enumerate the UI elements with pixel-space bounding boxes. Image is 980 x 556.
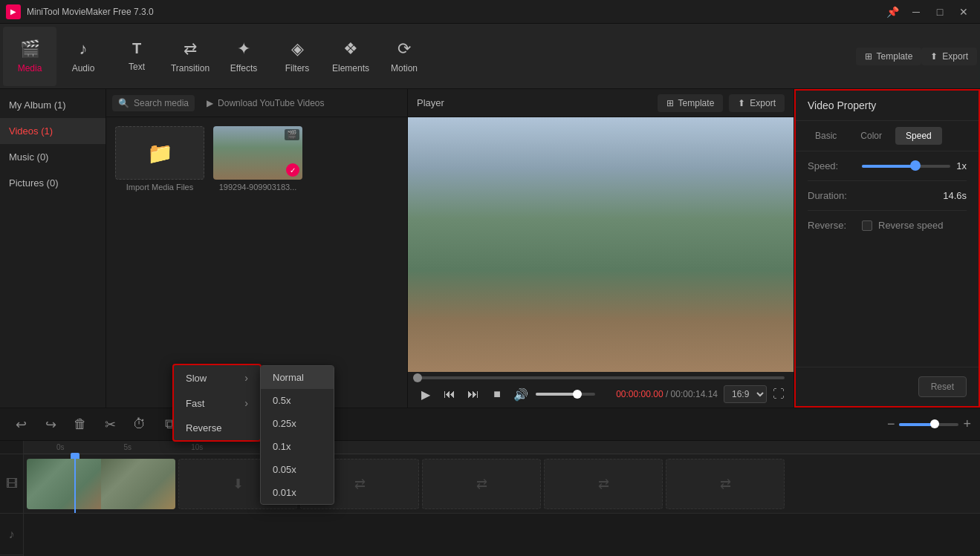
toolbar-audio[interactable]: ♪ Audio [56, 27, 110, 86]
zoom-slider[interactable] [899, 423, 958, 426]
slot-icon-3: ⇄ [476, 476, 487, 492]
reset-button[interactable]: Reset [918, 376, 967, 397]
import-media-thumb[interactable]: 📁 [115, 126, 204, 180]
media-icon: 🎬 [20, 39, 40, 59]
fullscreen-button[interactable]: ⛶ [773, 387, 785, 401]
minimize-button[interactable]: ─ [906, 4, 927, 19]
player-seekbar[interactable] [417, 376, 785, 379]
toolbar-effects[interactable]: ✦ Effects [217, 27, 270, 86]
main-area: My Album (1) Videos (1) Music (0) Pictur… [0, 89, 980, 408]
sidebar-item-videos[interactable]: Videos (1) [0, 118, 106, 144]
volume-slider[interactable] [536, 393, 595, 396]
seekbar-thumb[interactable] [413, 373, 422, 382]
submenu-0.5x[interactable]: 0.5x [261, 389, 334, 412]
export-player-button[interactable]: ⬆ Export [729, 94, 785, 112]
export-button[interactable]: ⬆ Export [921, 48, 977, 65]
transition-icon: ⇄ [184, 39, 197, 59]
stop-button[interactable]: ■ [488, 387, 506, 401]
search-media-button[interactable]: 🔍 Search media [112, 95, 195, 111]
tab-basic[interactable]: Basic [805, 127, 847, 145]
cut-button[interactable]: ✂ [98, 413, 122, 436]
template-player-button[interactable]: ⊞ Template [658, 94, 724, 112]
media-toolbar: 🔍 Search media ▶ Download YouTube Videos [106, 89, 407, 117]
player-video [408, 117, 794, 372]
import-media-card[interactable]: 📁 Import Media Files [115, 126, 204, 192]
track-labels: 🎞 ♪ [0, 441, 24, 556]
toolbar-elements[interactable]: ❖ Elements [324, 27, 377, 86]
template-button[interactable]: ⊞ Template [856, 48, 922, 65]
ctx-reverse[interactable]: Reverse [174, 416, 260, 440]
zoom-in-icon[interactable]: + [963, 416, 971, 432]
video-track-label: 🎞 [0, 454, 23, 514]
play-button[interactable]: ▶ [417, 387, 435, 402]
redo-button[interactable]: ↪ [39, 413, 62, 436]
time-display: 00:00:00.00 / 00:00:14.14 [616, 389, 718, 399]
video-thumb[interactable]: 🎬 ✓ [213, 126, 302, 180]
sidebar-item-pictures[interactable]: Pictures (0) [0, 170, 106, 196]
ruler-spacer [0, 441, 23, 454]
download-youtube-button[interactable]: ▶ Download YouTube Videos [201, 95, 330, 111]
ctx-fast-label: Fast [186, 398, 204, 409]
reverse-label: Reverse: [808, 220, 856, 231]
submenu-0.05x[interactable]: 0.05x [261, 458, 334, 481]
submenu-0.1x[interactable]: 0.1x [261, 435, 334, 458]
toolbar-media[interactable]: 🎬 Media [3, 27, 56, 86]
time-separator: / [666, 389, 671, 399]
effects-icon: ✦ [237, 39, 250, 59]
toolbar-filters[interactable]: ◈ Filters [270, 27, 324, 86]
submenu-0.25x[interactable]: 0.25x [261, 412, 334, 435]
undo-button[interactable]: ↩ [9, 413, 33, 436]
submenu-0.01x[interactable]: 0.01x [261, 481, 334, 504]
text-icon: T [132, 40, 141, 57]
zoom-out-icon[interactable]: − [887, 416, 895, 432]
player-header: Player ⊞ Template ⬆ Export [408, 89, 794, 117]
reverse-checkbox[interactable] [862, 220, 872, 231]
window-controls: 📌 ─ □ ✕ [882, 4, 974, 19]
next-frame-button[interactable]: ⏭ [464, 387, 482, 401]
filters-icon: ◈ [291, 39, 304, 59]
audio-icon: ♪ [79, 39, 88, 59]
video-track-icon: 🎞 [6, 477, 18, 491]
slot-icon-5: ⇄ [720, 476, 731, 492]
property-panel: Video Property Basic Color Speed Speed: … [794, 89, 980, 408]
ctx-fast-arrow: › [244, 397, 248, 409]
slot-icon-4: ⇄ [598, 476, 609, 492]
speed-slider[interactable] [862, 165, 950, 168]
template-icon: ⊞ [865, 51, 872, 62]
video-clip-1[interactable] [27, 459, 175, 509]
video-file-card[interactable]: 🎬 ✓ 199294-909903183... [213, 126, 302, 192]
sidebar: My Album (1) Videos (1) Music (0) Pictur… [0, 89, 106, 408]
ctx-slow-label: Slow [186, 373, 207, 384]
tab-speed[interactable]: Speed [895, 127, 942, 145]
delete-button[interactable]: 🗑 [68, 413, 92, 436]
aspect-ratio-select[interactable]: 16:9 4:3 1:1 [724, 385, 767, 403]
tab-color[interactable]: Color [850, 127, 892, 145]
close-button[interactable]: ✕ [953, 4, 974, 19]
pin-button[interactable]: 📌 [882, 4, 903, 19]
ruler-10s: 10s [161, 443, 233, 451]
volume-button[interactable]: 🔊 [512, 387, 530, 402]
speed-thumb [910, 160, 921, 171]
toolbar-motion[interactable]: ⟳ Motion [377, 27, 431, 86]
toolbar-text[interactable]: T Text [110, 27, 163, 86]
time-total: 00:00:14.14 [671, 389, 718, 399]
search-icon: 🔍 [118, 98, 129, 108]
property-header: Video Property [796, 91, 979, 121]
playhead-head [71, 453, 79, 459]
toolbar-transition[interactable]: ⇄ Transition [163, 27, 217, 86]
app-icon: ▶ [6, 4, 21, 19]
submenu-normal[interactable]: Normal [261, 366, 334, 389]
app-title: MiniTool MovieMaker Free 7.3.0 [27, 7, 882, 17]
sidebar-item-music[interactable]: Music (0) [0, 144, 106, 170]
folder-icon: 📁 [147, 141, 173, 166]
maximize-button[interactable]: □ [929, 4, 950, 19]
timeline-tracks[interactable]: 0s 5s 10s 15s ⬇ ⇄ [24, 441, 980, 556]
ctx-slow[interactable]: Slow › [174, 365, 260, 390]
property-footer: Reset [796, 367, 979, 406]
prev-frame-button[interactable]: ⏮ [441, 387, 458, 401]
sidebar-item-my-album[interactable]: My Album (1) [0, 92, 106, 118]
audio-track-icon: ♪ [9, 528, 15, 541]
speed-control-button[interactable]: ⏱ [128, 413, 152, 436]
ctx-fast[interactable]: Fast › [174, 390, 260, 416]
video-file-label: 199294-909903183... [213, 183, 302, 192]
